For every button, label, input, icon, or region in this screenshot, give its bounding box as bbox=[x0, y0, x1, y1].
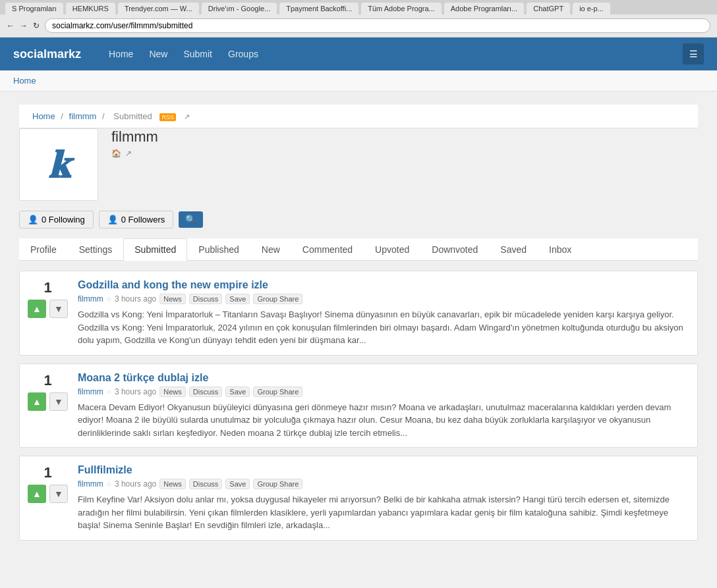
downvote-2[interactable]: ▼ bbox=[49, 392, 68, 411]
post-time-1: 3 hours ago bbox=[115, 294, 156, 304]
post-item-2: 1 ▲ ▼ Moana 2 türkçe dublaj izle filmmm … bbox=[19, 363, 698, 448]
following-label: 0 Following bbox=[42, 215, 85, 225]
post-category-1[interactable]: News bbox=[159, 294, 186, 304]
profile-avatar: 𝐤 bbox=[19, 128, 98, 201]
post-meta-1: filmmm ○ 3 hours ago News Discuss Save G… bbox=[78, 294, 689, 304]
tab-new[interactable]: New bbox=[250, 238, 291, 260]
breadcrumb-home-link[interactable]: Home bbox=[13, 76, 36, 86]
post-title-3[interactable]: Fullfilmizle bbox=[78, 464, 689, 476]
search-icon: 🔍 bbox=[185, 215, 196, 225]
tab-upvoted[interactable]: Upvoted bbox=[364, 238, 420, 260]
tab-trendyer[interactable]: Trendyer.com — W... bbox=[118, 3, 199, 14]
back-icon[interactable]: ← bbox=[7, 21, 14, 30]
post-discuss-3[interactable]: Discuss bbox=[189, 479, 223, 489]
following-button[interactable]: 👤 0 Following bbox=[19, 211, 94, 228]
tab-profile[interactable]: Profile bbox=[19, 238, 68, 260]
post-title-1[interactable]: Godzilla and kong the new empire izle bbox=[78, 279, 689, 291]
refresh-icon[interactable]: ↻ bbox=[33, 21, 40, 30]
post-author-3[interactable]: filmmm bbox=[78, 479, 103, 489]
tab-io[interactable]: io e-p... bbox=[573, 3, 610, 14]
tab-published[interactable]: Published bbox=[187, 238, 250, 260]
tab-inbox[interactable]: Inbox bbox=[538, 238, 583, 260]
tab-commented[interactable]: Commented bbox=[291, 238, 364, 260]
forward-icon[interactable]: → bbox=[20, 21, 28, 30]
breadcrumb-sep-2: / bbox=[102, 111, 107, 121]
profile-header: 𝐤 filmmm 🏠 ↗ bbox=[19, 128, 698, 201]
post-save-1[interactable]: Save bbox=[225, 294, 250, 304]
search-button[interactable]: 🔍 bbox=[179, 211, 203, 228]
tab-downvoted[interactable]: Downvoted bbox=[420, 238, 489, 260]
vote-buttons-2: ▲ ▼ bbox=[28, 392, 68, 411]
user-menu-icon[interactable]: ☰ bbox=[683, 43, 704, 65]
post-save-2[interactable]: Save bbox=[225, 387, 250, 397]
external-link-icon[interactable]: ↗ bbox=[184, 113, 190, 120]
tab-adobe-all[interactable]: Tüm Adobe Progra... bbox=[361, 3, 442, 14]
nav-groups[interactable]: Groups bbox=[220, 38, 266, 70]
breadcrumb-page-home[interactable]: Home bbox=[32, 111, 55, 121]
breadcrumb-page: Home / filmmm / Submitted RSS ↗ bbox=[19, 105, 698, 128]
post-save-3[interactable]: Save bbox=[225, 479, 250, 489]
post-body-2: Moana 2 türkçe dublaj izle filmmm ○ 3 ho… bbox=[78, 372, 689, 440]
followers-label: 0 Followers bbox=[121, 215, 165, 225]
post-title-2[interactable]: Moana 2 türkçe dublaj izle bbox=[78, 372, 689, 384]
post-excerpt-2: Macera Devam Ediyor! Okyanusun büyüleyic… bbox=[78, 401, 689, 440]
profile-home-icon[interactable]: 🏠 bbox=[111, 149, 121, 158]
tab-settings[interactable]: Settings bbox=[68, 238, 124, 260]
downvote-1[interactable]: ▼ bbox=[49, 300, 68, 318]
nav-new[interactable]: New bbox=[141, 38, 175, 70]
tab-submitted[interactable]: Submitted bbox=[123, 238, 187, 261]
vote-box-3: 1 ▲ ▼ bbox=[28, 464, 68, 503]
post-group-2[interactable]: Group Share bbox=[253, 387, 302, 397]
breadcrumb-page-user[interactable]: filmmm bbox=[69, 111, 97, 121]
page-content: Home / filmmm / Submitted RSS ↗ 𝐤 filmmm… bbox=[6, 92, 711, 562]
vote-count-2: 1 bbox=[43, 372, 51, 389]
nav-home[interactable]: Home bbox=[101, 38, 141, 70]
follow-bar: 👤 0 Following 👤 0 Followers 🔍 bbox=[19, 211, 698, 228]
profile-username: filmmm bbox=[111, 128, 158, 146]
post-meta-2: filmmm ○ 3 hours ago News Discuss Save G… bbox=[78, 387, 689, 397]
post-group-3[interactable]: Group Share bbox=[253, 479, 302, 489]
nav-submit[interactable]: Submit bbox=[175, 38, 220, 70]
post-author-1[interactable]: filmmm bbox=[78, 294, 103, 304]
vote-count-3: 1 bbox=[43, 464, 51, 481]
tab-adobe[interactable]: Adobe Programları... bbox=[444, 3, 525, 14]
post-discuss-2[interactable]: Discuss bbox=[189, 387, 223, 397]
browser-tabs: S Programları HEMKURS Trendyer.com — W..… bbox=[0, 0, 717, 14]
vote-count-1: 1 bbox=[43, 279, 51, 296]
post-excerpt-1: Godzilla vs Kong: Yeni İmparatorluk – Ti… bbox=[78, 308, 689, 347]
tab-chatgpt[interactable]: ChatGPT bbox=[527, 3, 570, 14]
post-time-3: 3 hours ago bbox=[115, 479, 156, 489]
breadcrumb-bar: Home bbox=[0, 70, 717, 92]
posts-list: 1 ▲ ▼ Godzilla and kong the new empire i… bbox=[19, 271, 698, 541]
brand-logo: socialmarkz bbox=[13, 47, 81, 61]
post-excerpt-3: Film Keyfine Var! Aksiyon dolu anlar mı,… bbox=[78, 493, 689, 532]
breadcrumb-sep-1: / bbox=[61, 111, 65, 121]
tab-hemkurs[interactable]: HEMKURS bbox=[66, 3, 115, 14]
tab-tpayment[interactable]: Tpayment Backoffi... bbox=[279, 3, 358, 14]
post-discuss-1[interactable]: Discuss bbox=[189, 294, 223, 304]
rss-icon[interactable]: RSS bbox=[159, 113, 176, 121]
post-group-1[interactable]: Group Share bbox=[253, 294, 302, 304]
followers-button[interactable]: 👤 0 Followers bbox=[99, 211, 173, 228]
tab-s-programlari[interactable]: S Programları bbox=[5, 3, 63, 14]
url-bar[interactable] bbox=[45, 18, 710, 33]
post-item-3: 1 ▲ ▼ Fullfilmizle filmmm ○ 3 hours ago … bbox=[19, 456, 698, 541]
post-category-2[interactable]: News bbox=[159, 387, 186, 397]
profile-tabs: Profile Settings Submitted Published New… bbox=[19, 238, 698, 261]
post-category-3[interactable]: News bbox=[159, 479, 186, 489]
post-body-1: Godzilla and kong the new empire izle fi… bbox=[78, 279, 689, 347]
followers-icon: 👤 bbox=[107, 215, 118, 225]
top-nav: socialmarkz Home New Submit Groups ☰ bbox=[0, 38, 717, 70]
profile-external-icon[interactable]: ↗ bbox=[125, 149, 132, 158]
vote-buttons-3: ▲ ▼ bbox=[28, 485, 68, 503]
downvote-3[interactable]: ▼ bbox=[49, 485, 68, 503]
upvote-2[interactable]: ▲ bbox=[28, 392, 46, 411]
upvote-1[interactable]: ▲ bbox=[28, 300, 46, 318]
upvote-3[interactable]: ▲ bbox=[28, 485, 46, 503]
vote-box-1: 1 ▲ ▼ bbox=[28, 279, 68, 318]
post-meta-3: filmmm ○ 3 hours ago News Discuss Save G… bbox=[78, 479, 689, 489]
post-author-2[interactable]: filmmm bbox=[78, 387, 103, 396]
tab-saved[interactable]: Saved bbox=[489, 238, 538, 260]
browser-bar: ← → ↻ bbox=[0, 14, 717, 38]
tab-drive[interactable]: Drive'ım - Google... bbox=[202, 3, 277, 14]
